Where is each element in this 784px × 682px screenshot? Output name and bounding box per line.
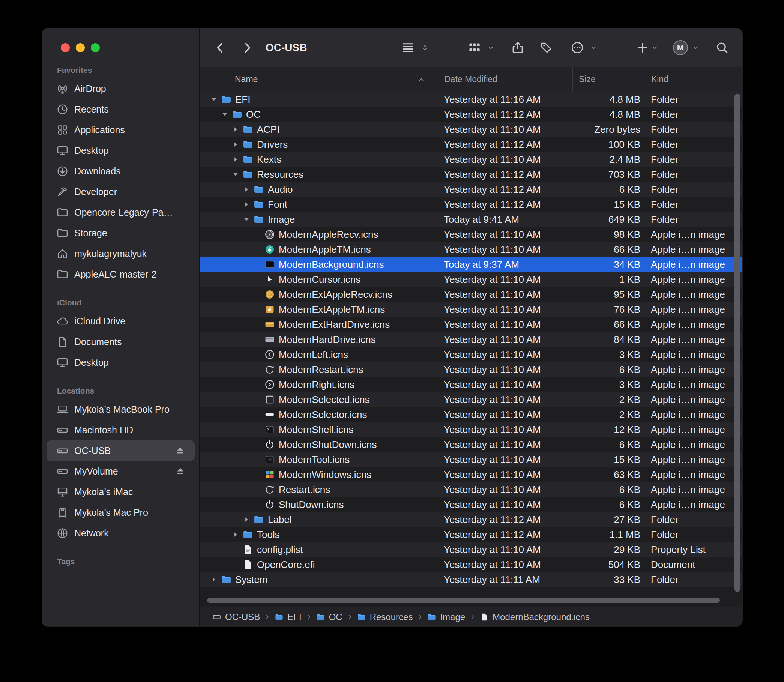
table-row[interactable]: ResourcesYesterday at 11:12 AM703 KBFold… [199,167,743,182]
table-row[interactable]: ModernWindows.icnsYesterday at 11:10 AM6… [199,467,743,482]
table-row[interactable]: ModernExtAppleRecv.icnsYesterday at 11:1… [199,287,743,302]
search-button[interactable] [715,40,729,55]
tag-button[interactable] [539,40,553,55]
more-actions-button[interactable] [570,40,585,55]
table-row[interactable]: ShutDown.icnsYesterday at 11:10 AM6 KBAp… [199,497,743,512]
table-row[interactable]: ModernTool.icnsYesterday at 11:10 AM15 K… [199,452,743,467]
table-row[interactable]: ModernLeft.icnsYesterday at 11:10 AM3 KB… [199,347,743,362]
table-row[interactable]: LabelYesterday at 11:12 AM27 KBFolder [199,512,743,527]
table-row[interactable]: KextsYesterday at 11:10 AM2.4 MBFolder [199,152,743,167]
path-item-modernbackground-icns[interactable]: ModernBackground.icns [480,612,590,622]
eject-icon[interactable] [174,465,186,478]
disclosure-triangle-icon[interactable] [241,514,252,525]
table-row[interactable]: ModernAppleRecv.icnsYesterday at 11:10 A… [199,227,743,242]
group-chevron-icon[interactable] [487,43,495,51]
disclosure-triangle-icon[interactable] [209,574,219,585]
column-header-date-modified[interactable]: Date Modified [437,67,572,92]
sidebar-item-downloads[interactable]: Downloads [46,161,195,182]
sidebar-item-applications[interactable]: Applications [46,120,195,140]
disclosure-triangle-icon[interactable] [230,124,241,135]
zoom-button[interactable] [91,43,100,52]
avatar-chevron-icon[interactable] [692,43,700,51]
table-row[interactable]: DriversYesterday at 11:12 AM100 KBFolder [199,137,743,152]
sidebar-item-mykola-s-imac[interactable]: Mykola’s iMac [46,482,195,502]
sidebar-item-mykola-s-mac-pro[interactable]: Mykola’s Mac Pro [46,502,195,523]
table-row[interactable]: config.plistYesterday at 11:10 AM29 KBPr… [199,542,743,557]
disclosure-triangle-icon[interactable] [220,109,230,120]
table-row[interactable]: ACPIYesterday at 11:10 AMZero bytesFolde… [199,122,743,137]
sidebar-item-developer[interactable]: Developer [46,182,195,202]
minimize-button[interactable] [76,43,85,52]
sidebar-item-desktop[interactable]: Desktop [46,352,195,373]
table-row[interactable]: AudioYesterday at 11:12 AM6 KBFolder [199,182,743,197]
table-row[interactable]: ModernHardDrive.icnsYesterday at 11:10 A… [199,332,743,347]
sidebar-item-icloud-drive[interactable]: iCloud Drive [46,311,195,331]
sidebar-item-recents[interactable]: Recents [46,99,195,120]
disclosure-triangle-icon[interactable] [230,154,241,165]
sidebar-item-desktop[interactable]: Desktop [46,140,195,161]
list-view-icon[interactable] [401,40,415,55]
table-row[interactable]: ToolsYesterday at 11:12 AM1.1 MBFolder [199,527,743,542]
file-name-cell: ModernShell.icns [199,422,437,437]
table-row[interactable]: EFIYesterday at 11:16 AM4.8 MBFolder [199,92,743,107]
disclosure-triangle-icon[interactable] [241,199,252,210]
column-header-kind[interactable]: Kind [645,67,743,92]
indent-spacer [199,249,252,250]
table-row[interactable]: FontYesterday at 11:12 AM15 KBFolder [199,197,743,212]
sidebar-item-mykola-s-macbook-pro[interactable]: Mykola’s MacBook Pro [46,399,195,420]
table-row[interactable]: OCYesterday at 11:12 AM4.8 MBFolder [199,107,743,122]
column-header-size[interactable]: Size [572,67,645,92]
sidebar-item-network[interactable]: Network [46,523,195,543]
sidebar-item-applealc-master-2[interactable]: AppleALC-master-2 [46,264,195,285]
path-item-efi[interactable]: EFI [274,612,301,622]
share-button[interactable] [510,40,525,55]
sidebar-item-mykolagrymalyuk[interactable]: mykolagrymalyuk [46,244,195,264]
sidebar-item-opencore-legacy-pat[interactable]: Opencore-Legacy-Pat… [46,202,195,223]
more-chevron-icon[interactable] [590,43,598,51]
group-view-icon[interactable] [467,40,482,55]
column-header-name[interactable]: Name [199,67,437,92]
selector-icon [264,409,275,420]
table-row[interactable]: SystemYesterday at 11:11 AM33 KBFolder [199,572,743,587]
vertical-scrollbar[interactable] [735,94,740,592]
disclosure-triangle-icon[interactable] [241,214,252,225]
sidebar-item-airdrop[interactable]: AirDrop [46,78,195,99]
disclosure-triangle-icon[interactable] [230,139,241,150]
disclosure-triangle-icon[interactable] [209,94,219,105]
disclosure-triangle-icon[interactable] [241,184,252,195]
table-row[interactable]: ModernCursor.icnsYesterday at 11:10 AM1 … [199,272,743,287]
sidebar-item-myvolume[interactable]: MyVolume [46,461,195,482]
eject-icon[interactable] [174,445,186,457]
table-row[interactable]: ImageToday at 9:41 AM649 KBFolder [199,212,743,227]
back-button[interactable] [213,40,227,55]
table-row[interactable]: ModernExtHardDrive.icnsYesterday at 11:1… [199,317,743,332]
table-row[interactable]: OpenCore.efiYesterday at 11:10 AM504 KBD… [199,557,743,572]
table-row[interactable]: ModernRestart.icnsYesterday at 11:10 AM6… [199,362,743,377]
new-item-chevron-icon[interactable] [651,43,659,51]
table-row[interactable]: ModernExtAppleTM.icnsYesterday at 11:10 … [199,302,743,317]
horizontal-scrollbar[interactable] [207,598,720,603]
path-item-oc[interactable]: OC [316,612,343,622]
sidebar-item-macintosh-hd[interactable]: Macintosh HD [46,420,195,440]
forward-button[interactable] [240,40,254,55]
new-item-button[interactable] [636,40,650,55]
path-item-oc-usb[interactable]: OC-USB [212,612,260,622]
view-switch-chevrons[interactable] [421,43,429,51]
close-button[interactable] [61,43,70,52]
disclosure-triangle-icon[interactable] [230,169,241,180]
account-avatar[interactable]: M [673,40,688,55]
sidebar-item-documents[interactable]: Documents [46,331,195,352]
table-row[interactable]: Restart.icnsYesterday at 11:10 AM6 KBApp… [199,482,743,497]
table-row[interactable]: ModernBackground.icnsToday at 9:37 AM34 … [199,257,743,272]
table-row[interactable]: ModernShutDown.icnsYesterday at 11:10 AM… [199,437,743,452]
sidebar-item-oc-usb[interactable]: OC-USB [46,440,195,461]
table-row[interactable]: ModernSelected.icnsYesterday at 11:10 AM… [199,392,743,407]
table-row[interactable]: ModernRight.icnsYesterday at 11:10 AM3 K… [199,377,743,392]
table-row[interactable]: ModernSelector.icnsYesterday at 11:10 AM… [199,407,743,422]
path-item-image[interactable]: Image [427,612,465,622]
path-item-resources[interactable]: Resources [357,612,413,622]
table-row[interactable]: ModernAppleTM.icnsYesterday at 11:10 AM6… [199,242,743,257]
table-row[interactable]: ModernShell.icnsYesterday at 11:10 AM12 … [199,422,743,437]
disclosure-triangle-icon[interactable] [230,529,241,540]
sidebar-item-storage[interactable]: Storage [46,223,195,244]
